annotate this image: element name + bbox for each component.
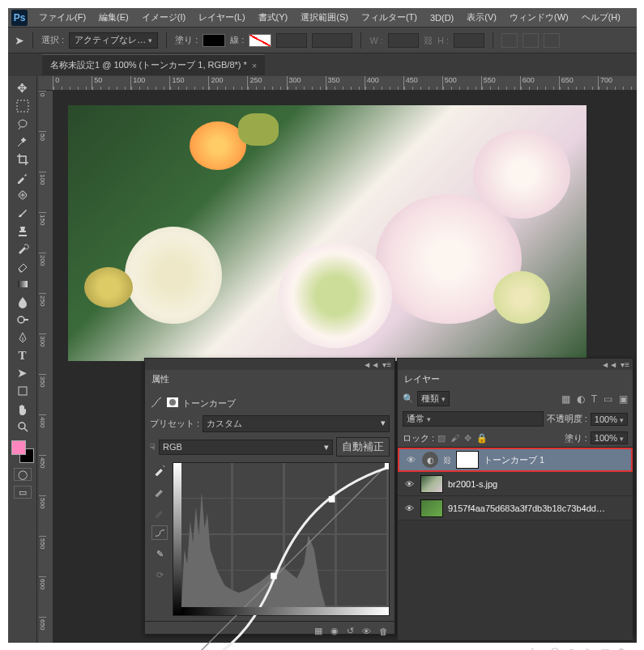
- panel-collapse-icon[interactable]: ◄◄: [363, 360, 379, 369]
- panel-collapse-icon[interactable]: ◄◄: [601, 360, 617, 369]
- menu-help[interactable]: ヘルプ(H): [575, 8, 627, 27]
- filter-adjust-icon[interactable]: ◐: [577, 393, 585, 405]
- layer-filter-kind[interactable]: 種類: [417, 391, 450, 406]
- close-tab-icon[interactable]: ×: [252, 61, 257, 70]
- layer-name[interactable]: br2001-s.jpg: [448, 479, 497, 489]
- link-wh-icon[interactable]: ⛓: [424, 36, 433, 45]
- opacity-value[interactable]: 100%: [591, 413, 628, 426]
- layer-mask-thumb[interactable]: [456, 451, 479, 469]
- channel-dropdown[interactable]: RGB▾: [159, 440, 333, 455]
- hand-sampler-icon[interactable]: ☟: [150, 442, 156, 452]
- pen-tool[interactable]: [11, 329, 34, 346]
- layer-thumb[interactable]: [420, 475, 443, 493]
- layer-row[interactable]: 👁 9157f4aa75d683a3f7db3b18c73b4dd…: [398, 496, 633, 520]
- brush-tool[interactable]: [11, 204, 34, 222]
- h-input[interactable]: [454, 33, 484, 48]
- layer-row[interactable]: 👁 br2001-s.jpg: [398, 472, 633, 496]
- select-active-layers[interactable]: アクティブなレ…: [69, 32, 158, 49]
- path-select-tool[interactable]: ➤: [11, 364, 34, 382]
- ruler-tick: 150: [39, 212, 46, 253]
- mask-link-icon[interactable]: ⛓: [443, 456, 451, 465]
- menu-filter[interactable]: フィルター(T): [355, 8, 424, 27]
- visibility-icon[interactable]: 👁: [403, 479, 416, 489]
- menu-edit[interactable]: 編集(E): [92, 8, 135, 27]
- filter-pixel-icon[interactable]: ▦: [561, 393, 570, 405]
- properties-tab[interactable]: 属性: [145, 370, 176, 389]
- layer-thumb[interactable]: [420, 499, 443, 517]
- menu-layer[interactable]: レイヤー(L): [192, 8, 251, 27]
- crop-tool[interactable]: [11, 151, 34, 168]
- new-layer-icon[interactable]: ▣: [601, 647, 609, 651]
- auto-button[interactable]: 自動補正: [336, 437, 390, 457]
- quickmask-icon[interactable]: ◯: [14, 468, 32, 481]
- align-icon[interactable]: [522, 33, 539, 48]
- visibility-icon[interactable]: 👁: [403, 503, 416, 513]
- screenmode-icon[interactable]: ▭: [14, 486, 32, 499]
- curves-graph[interactable]: [173, 462, 390, 616]
- history-brush-tool[interactable]: [11, 240, 34, 257]
- path-ops-icon[interactable]: [501, 33, 518, 48]
- sample-gray-icon[interactable]: [151, 483, 168, 498]
- lock-transparent-icon[interactable]: ▨: [437, 433, 446, 444]
- menu-view[interactable]: 表示(V): [460, 8, 503, 27]
- menu-file[interactable]: ファイル(F): [32, 8, 92, 27]
- w-input[interactable]: [388, 33, 419, 48]
- eyedropper-tool[interactable]: [11, 168, 34, 186]
- fg-color[interactable]: [11, 440, 26, 455]
- menu-window[interactable]: ウィンドウ(W): [503, 8, 575, 27]
- dodge-tool[interactable]: [11, 311, 34, 329]
- stroke-style[interactable]: [312, 33, 352, 48]
- panel-menu-icon[interactable]: ▾≡: [621, 360, 629, 369]
- link-layers-icon[interactable]: ⇔: [514, 647, 522, 651]
- layer-row[interactable]: 👁 ◐ ⛓ トーンカーブ 1: [398, 448, 633, 472]
- visibility-icon[interactable]: 👁: [404, 455, 417, 465]
- layer-name[interactable]: トーンカーブ 1: [484, 454, 544, 466]
- fill-swatch[interactable]: [203, 34, 225, 47]
- new-adjustment-icon[interactable]: ◐: [568, 647, 576, 651]
- color-swatches[interactable]: [11, 440, 34, 463]
- blur-tool[interactable]: [11, 293, 34, 311]
- panel-menu-icon[interactable]: ▾≡: [382, 360, 391, 369]
- marquee-tool[interactable]: [11, 97, 34, 115]
- document-tab[interactable]: 名称未設定1 @ 100% (トーンカーブ 1, RGB/8*) * ×: [42, 54, 265, 75]
- layer-name[interactable]: 9157f4aa75d683a3f7db3b18c73b4dd…: [448, 503, 605, 513]
- type-tool[interactable]: T: [11, 346, 34, 364]
- sample-white-icon[interactable]: [151, 462, 168, 477]
- curve-draw-icon[interactable]: ✎: [151, 546, 168, 561]
- filter-shape-icon[interactable]: ▭: [603, 393, 612, 405]
- hand-tool[interactable]: [11, 400, 34, 418]
- shape-tool[interactable]: [11, 382, 34, 400]
- gradient-tool[interactable]: [11, 275, 34, 293]
- stamp-tool[interactable]: [11, 222, 34, 240]
- menu-select[interactable]: 選択範囲(S): [294, 8, 355, 27]
- curve-point-icon[interactable]: [151, 525, 168, 540]
- lock-all-icon[interactable]: 🔒: [476, 433, 488, 444]
- delete-layer-icon[interactable]: 🗑: [617, 647, 626, 650]
- lock-position-icon[interactable]: ✥: [464, 433, 471, 444]
- heal-tool[interactable]: [11, 186, 34, 204]
- curve-smooth-icon[interactable]: ⟳: [151, 567, 168, 582]
- lock-paint-icon[interactable]: 🖌: [450, 433, 459, 444]
- move-tool[interactable]: ✥: [11, 79, 34, 97]
- stroke-swatch[interactable]: [249, 34, 271, 47]
- sample-black-icon[interactable]: [151, 504, 168, 519]
- menu-type[interactable]: 書式(Y): [252, 8, 295, 27]
- arrange-icon[interactable]: [544, 33, 560, 48]
- filter-smart-icon[interactable]: ▣: [619, 393, 628, 405]
- workspace: ✥ T ➤ ◯ ▭ 0 50: [8, 76, 637, 643]
- wand-tool[interactable]: [11, 133, 34, 151]
- menu-image[interactable]: イメージ(I): [135, 8, 192, 27]
- new-group-icon[interactable]: 🗀: [584, 647, 593, 650]
- add-mask-icon[interactable]: ◯: [550, 647, 560, 651]
- filter-type-icon[interactable]: T: [591, 393, 597, 405]
- eraser-tool[interactable]: [11, 257, 34, 275]
- fill-opacity-value[interactable]: 100%: [591, 431, 628, 444]
- layers-tab[interactable]: レイヤー: [398, 370, 446, 389]
- zoom-tool[interactable]: [11, 418, 34, 435]
- lasso-tool[interactable]: [11, 115, 34, 133]
- menu-3d[interactable]: 3D(D): [424, 10, 460, 26]
- stroke-width[interactable]: [276, 33, 307, 48]
- preset-dropdown[interactable]: カスタム▾: [203, 415, 390, 432]
- fx-icon[interactable]: fx▾: [530, 647, 542, 651]
- blend-mode[interactable]: 通常: [403, 411, 544, 427]
